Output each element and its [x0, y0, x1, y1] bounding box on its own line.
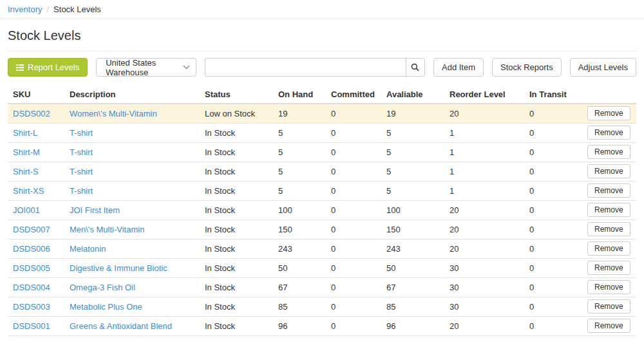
table-row: DSDS003Metabolic Plus OneIn Stock8508530… — [8, 297, 636, 316]
description-link[interactable]: JOI First Item — [70, 205, 120, 215]
on-hand-cell: 5 — [273, 123, 326, 142]
actions-cell: Remove — [582, 162, 636, 181]
actions-cell: Remove — [582, 142, 636, 162]
sku-link[interactable]: DSDS006 — [13, 244, 50, 254]
available-cell: 5 — [381, 123, 444, 142]
breadcrumb-separator: / — [46, 5, 49, 14]
in-transit-cell: 0 — [524, 181, 582, 200]
reorder-level-cell: 20 — [444, 104, 524, 123]
sku-link[interactable]: Shirt-S — [13, 167, 39, 176]
remove-button[interactable]: Remove — [587, 280, 630, 294]
sku-link[interactable]: DSDS001 — [13, 321, 50, 331]
description-cell: T-shirt — [64, 181, 200, 200]
description-cell: Digestive & Immune Biotic — [64, 258, 200, 277]
status-cell: In Stock — [200, 258, 273, 277]
sku-link[interactable]: DSDS005 — [13, 263, 50, 273]
description-cell: Greens & Antioxidant Blend — [64, 316, 200, 335]
remove-button[interactable]: Remove — [587, 183, 630, 198]
actions-cell: Remove — [582, 220, 636, 239]
description-link[interactable]: Metabolic Plus One — [70, 302, 142, 312]
stock-reports-button[interactable]: Stock Reports — [492, 58, 562, 77]
committed-cell: 0 — [326, 316, 381, 335]
in-transit-cell: 0 — [524, 200, 582, 220]
column-header-description: Description — [64, 86, 200, 104]
table-row: DSDS004Omega-3 Fish OilIn Stock67067300R… — [8, 277, 636, 297]
sku-link[interactable]: Shirt-M — [13, 147, 40, 157]
available-cell: 100 — [381, 200, 444, 220]
warehouse-select[interactable]: United States Warehouse — [96, 58, 196, 77]
committed-cell: 0 — [326, 181, 381, 200]
description-cell: T-shirt — [64, 123, 200, 142]
status-cell: In Stock — [200, 200, 273, 220]
actions-cell: Remove — [582, 200, 636, 220]
sku-cell: DSDS005 — [8, 258, 64, 277]
sku-link[interactable]: DSDS007 — [13, 225, 50, 234]
actions-cell: Remove — [582, 123, 636, 142]
reorder-level-cell: 1 — [444, 123, 524, 142]
available-cell: 67 — [381, 277, 444, 297]
on-hand-cell: 50 — [273, 258, 326, 277]
available-cell: 50 — [381, 258, 444, 277]
report-levels-button[interactable]: Report Levels — [8, 58, 88, 77]
report-levels-label: Report Levels — [28, 62, 79, 72]
breadcrumb-current: Stock Levels — [53, 5, 101, 14]
remove-button[interactable]: Remove — [587, 241, 630, 256]
remove-button[interactable]: Remove — [587, 126, 630, 140]
remove-button[interactable]: Remove — [587, 261, 630, 275]
search-input[interactable] — [205, 58, 406, 77]
status-cell: In Stock — [200, 277, 273, 297]
column-header-actions — [582, 86, 636, 104]
available-cell: 243 — [381, 239, 444, 258]
breadcrumb-link-inventory[interactable]: Inventory — [8, 5, 42, 14]
actions-cell: Remove — [582, 258, 636, 277]
column-header-avaliable: Avaliable — [381, 86, 444, 104]
sku-link[interactable]: Shirt-L — [13, 128, 37, 138]
sku-cell: DSDS006 — [8, 239, 64, 258]
description-link[interactable]: T-shirt — [70, 128, 93, 138]
sku-link[interactable]: JOI001 — [13, 205, 40, 215]
on-hand-cell: 85 — [273, 297, 326, 316]
description-cell: Men\'s Multi-Vitamin — [64, 220, 200, 239]
remove-button[interactable]: Remove — [587, 145, 630, 159]
status-cell: In Stock — [200, 181, 273, 200]
description-cell: Omega-3 Fish Oil — [64, 277, 200, 297]
search-button[interactable] — [406, 58, 425, 77]
description-link[interactable]: T-shirt — [70, 147, 93, 157]
remove-button[interactable]: Remove — [587, 106, 630, 120]
actions-cell: Remove — [582, 181, 636, 200]
remove-button[interactable]: Remove — [587, 319, 630, 333]
remove-button[interactable]: Remove — [587, 164, 630, 178]
remove-button[interactable]: Remove — [587, 299, 630, 314]
reorder-level-cell: 20 — [444, 200, 524, 220]
table-row: Shirt-LT-shirtIn Stock50510Remove — [8, 123, 636, 142]
committed-cell: 0 — [326, 162, 381, 181]
add-item-button[interactable]: Add Item — [433, 58, 484, 77]
adjust-levels-button[interactable]: Adjust Levels — [570, 58, 636, 77]
sku-link[interactable]: DSDS002 — [13, 109, 50, 118]
description-link[interactable]: Digestive & Immune Biotic — [70, 263, 167, 273]
reorder-level-cell: 20 — [444, 316, 524, 335]
in-transit-cell: 0 — [524, 220, 582, 239]
sku-link[interactable]: DSDS004 — [13, 283, 50, 292]
remove-button[interactable]: Remove — [587, 222, 630, 236]
remove-button[interactable]: Remove — [587, 203, 630, 217]
status-cell: Low on Stock — [200, 104, 273, 123]
sku-link[interactable]: DSDS003 — [13, 302, 50, 312]
table-row: JOI001JOI First ItemIn Stock1000100200Re… — [8, 200, 636, 220]
column-header-sku: SKU — [8, 86, 64, 104]
on-hand-cell: 100 — [273, 200, 326, 220]
description-link[interactable]: Greens & Antioxidant Blend — [70, 321, 172, 331]
description-link[interactable]: Omega-3 Fish Oil — [70, 283, 135, 292]
column-header-status: Status — [200, 86, 273, 104]
description-link[interactable]: Women\'s Multi-Vitamin — [70, 109, 157, 118]
description-link[interactable]: T-shirt — [70, 167, 93, 176]
committed-cell: 0 — [326, 277, 381, 297]
sku-cell: DSDS002 — [8, 104, 64, 123]
committed-cell: 0 — [326, 123, 381, 142]
description-link[interactable]: Men\'s Multi-Vitamin — [70, 225, 144, 234]
description-cell: Women\'s Multi-Vitamin — [64, 104, 200, 123]
description-link[interactable]: T-shirt — [70, 186, 93, 196]
description-link[interactable]: Melatonin — [70, 244, 106, 254]
description-cell: T-shirt — [64, 162, 200, 181]
sku-link[interactable]: Shirt-XS — [13, 186, 44, 196]
